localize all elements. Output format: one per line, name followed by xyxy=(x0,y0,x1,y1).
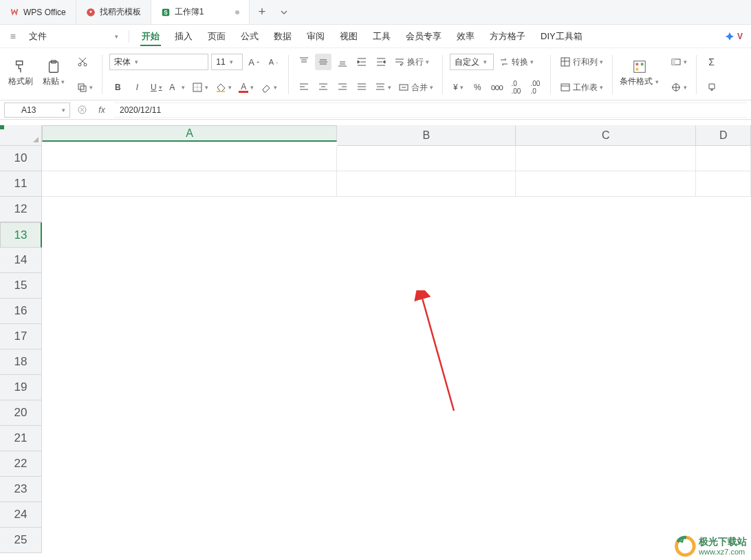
bold-button[interactable]: B xyxy=(109,79,126,96)
align-center-button[interactable] xyxy=(315,79,331,96)
merge-button[interactable]: 合并▾ xyxy=(396,79,435,96)
menu-fanggezi[interactable]: 方方格子 xyxy=(483,25,532,47)
spreadsheet[interactable]: ABCD 10111213141516171819202122232425 xyxy=(0,125,751,560)
cell-C10[interactable] xyxy=(516,146,696,171)
column-header-B[interactable]: B xyxy=(337,125,516,146)
cell-A11[interactable] xyxy=(42,171,337,197)
italic-button[interactable]: I xyxy=(129,79,145,96)
column-header-A[interactable]: A xyxy=(42,125,337,142)
distribute-button[interactable]: ▾ xyxy=(373,79,393,96)
menu-hamburger-button[interactable] xyxy=(6,25,21,47)
row-header-19[interactable]: 19 xyxy=(0,375,42,400)
row-header-25[interactable]: 25 xyxy=(0,528,42,553)
menu-right-icon[interactable]: V xyxy=(725,32,745,41)
row-header-21[interactable]: 21 xyxy=(0,426,42,451)
row-header-16[interactable]: 16 xyxy=(0,299,42,324)
menu-diy[interactable]: DIY工具箱 xyxy=(534,25,589,47)
cell-D10[interactable] xyxy=(696,146,751,171)
percent-button[interactable]: % xyxy=(469,79,486,96)
fill-color-button[interactable]: ▾ xyxy=(213,79,234,96)
conditional-format-button[interactable]: 条件格式 ▾ xyxy=(616,51,662,95)
row-header-14[interactable]: 14 xyxy=(0,248,42,273)
row-header-12[interactable]: 12 xyxy=(0,197,42,222)
column-header-C[interactable]: C xyxy=(516,125,696,146)
decrease-font-button[interactable]: A- xyxy=(265,54,281,70)
fx-button[interactable]: fx xyxy=(94,103,110,118)
row-header-24[interactable]: 24 xyxy=(0,502,42,528)
tab-add-button[interactable]: + xyxy=(249,0,274,24)
menu-formula[interactable]: 公式 xyxy=(234,25,265,47)
increase-decimal-button[interactable]: .0.00 xyxy=(508,79,524,96)
decrease-indent-button[interactable] xyxy=(373,54,389,70)
column-header-D[interactable]: D xyxy=(696,125,751,146)
menu-file[interactable]: 文件 xyxy=(22,25,54,47)
cells-grid[interactable] xyxy=(42,146,751,197)
phonetic-button[interactable]: ▾ xyxy=(259,79,279,96)
cell-D11[interactable] xyxy=(696,171,751,197)
border-button[interactable]: ▾ xyxy=(190,79,210,96)
menu-insert[interactable]: 插入 xyxy=(168,25,199,47)
font-color-button[interactable]: A▾ xyxy=(237,79,256,96)
row-header-11[interactable]: 11 xyxy=(0,171,42,197)
select-all-corner[interactable] xyxy=(0,125,42,146)
cell-B11[interactable] xyxy=(337,171,516,197)
qat-preview-button[interactable] xyxy=(77,25,87,47)
worksheet-button[interactable]: 工作表▾ xyxy=(558,79,605,96)
row-header-15[interactable]: 15 xyxy=(0,273,42,299)
cell-C11[interactable] xyxy=(516,171,696,197)
cell-A10[interactable] xyxy=(42,146,337,171)
fill-button[interactable] xyxy=(704,79,720,96)
font-name-select[interactable]: 宋体▾ xyxy=(109,54,208,70)
currency-button[interactable]: ¥ ▾ xyxy=(450,79,466,96)
format-painter-button[interactable]: 格式刷 xyxy=(4,51,37,95)
font-size-select[interactable]: 11▾ xyxy=(211,54,243,70)
table-style-button[interactable]: ▾ xyxy=(668,79,689,96)
row-header-20[interactable]: 20 xyxy=(0,400,42,426)
menu-page[interactable]: 页面 xyxy=(201,25,232,47)
menu-review[interactable]: 审阅 xyxy=(300,25,331,47)
tab-menu-button[interactable] xyxy=(274,0,294,24)
align-bottom-button[interactable] xyxy=(334,54,351,70)
cancel-formula-button[interactable] xyxy=(74,105,89,114)
menu-tools[interactable]: 工具 xyxy=(366,25,398,47)
align-right-button[interactable] xyxy=(334,79,351,96)
convert-button[interactable]: 转换▾ xyxy=(497,54,536,70)
qat-redo-button[interactable] xyxy=(99,25,109,47)
cell-B10[interactable] xyxy=(337,146,516,171)
tab-workbook[interactable]: S 工作簿1 xyxy=(151,0,250,24)
menu-start[interactable]: 开始 xyxy=(135,25,166,47)
justify-button[interactable] xyxy=(353,79,370,96)
row-header-10[interactable]: 10 xyxy=(0,146,42,171)
cell-style-button[interactable]: ▾ xyxy=(668,54,689,70)
paste-button[interactable]: 粘贴 ▾ xyxy=(39,51,69,95)
orientation-button[interactable] xyxy=(353,54,370,70)
rows-cols-button[interactable]: 行和列▾ xyxy=(558,54,605,70)
wrap-button[interactable]: 换行▾ xyxy=(392,54,431,70)
row-header-17[interactable]: 17 xyxy=(0,324,42,349)
comma-button[interactable]: ooo xyxy=(488,79,505,96)
row-header-22[interactable]: 22 xyxy=(0,451,42,477)
qat-undo-button[interactable] xyxy=(88,25,98,47)
menu-data[interactable]: 数据 xyxy=(267,25,298,47)
tab-template[interactable]: 找稻壳模板 xyxy=(76,0,151,24)
increase-font-button[interactable]: A+ xyxy=(246,54,262,70)
sum-button[interactable]: Σ xyxy=(704,54,720,70)
copy-button[interactable]: ▾ xyxy=(74,79,95,96)
cut-button[interactable] xyxy=(74,54,91,70)
row-header-18[interactable]: 18 xyxy=(0,349,42,375)
qat-dropdown[interactable]: ▾ xyxy=(110,25,123,47)
strikethrough-button[interactable]: A-▾ xyxy=(167,79,187,96)
decrease-decimal-button[interactable]: .00.0 xyxy=(527,79,543,96)
formula-input[interactable]: 2020/12/11 xyxy=(114,103,747,118)
row-header-13[interactable]: 13 xyxy=(0,222,42,248)
align-top-button[interactable] xyxy=(296,54,312,70)
underline-button[interactable]: U ▾ xyxy=(148,79,164,96)
menu-efficiency[interactable]: 效率 xyxy=(450,25,481,47)
align-middle-button[interactable] xyxy=(315,54,331,70)
qat-print-button[interactable] xyxy=(66,25,76,47)
number-format-select[interactable]: 自定义▾ xyxy=(450,54,494,70)
menu-view[interactable]: 视图 xyxy=(333,25,364,47)
row-header-23[interactable]: 23 xyxy=(0,477,42,502)
name-box[interactable]: A13 ▾ xyxy=(4,103,70,118)
qat-save-button[interactable] xyxy=(55,25,65,47)
